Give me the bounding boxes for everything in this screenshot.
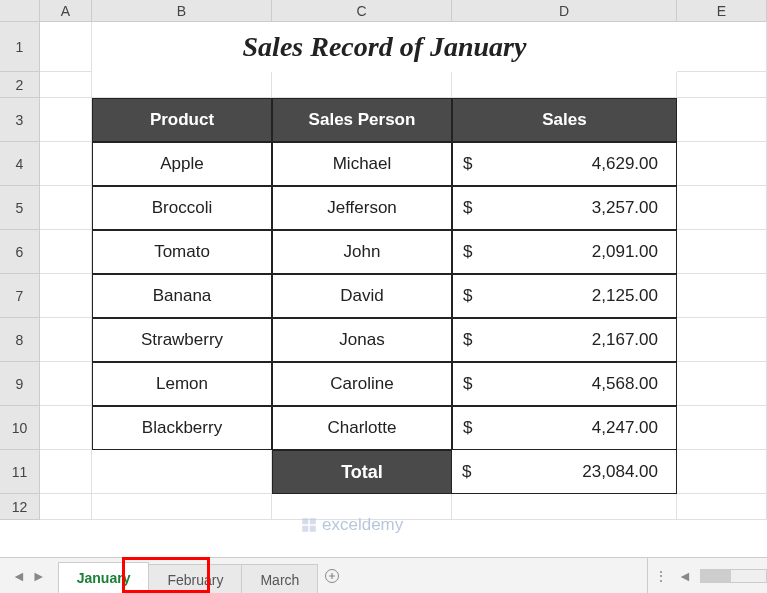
cell[interactable] <box>677 72 767 98</box>
cell-product[interactable]: Blackberry <box>92 406 272 450</box>
cell-sales[interactable]: $2,091.00 <box>452 230 677 274</box>
cell[interactable] <box>40 362 92 406</box>
row-header-6[interactable]: 6 <box>0 230 40 274</box>
grid-row: Total$23,084.00 <box>40 450 767 494</box>
cell[interactable] <box>677 318 767 362</box>
cell[interactable] <box>40 72 92 98</box>
cell-sales[interactable]: $3,257.00 <box>452 186 677 230</box>
tab-nav-next-icon[interactable]: ► <box>32 568 46 584</box>
sheet-tab-march[interactable]: March <box>241 564 318 593</box>
cell-person[interactable]: Charlotte <box>272 406 452 450</box>
row-header-8[interactable]: 8 <box>0 318 40 362</box>
cell[interactable] <box>677 142 767 186</box>
col-header-A[interactable]: A <box>40 0 92 21</box>
plus-circle-icon <box>324 568 340 584</box>
cell[interactable] <box>40 274 92 318</box>
cell[interactable] <box>92 72 272 98</box>
total-label[interactable]: Total <box>272 450 452 494</box>
row-header-3[interactable]: 3 <box>0 98 40 142</box>
horizontal-scroll[interactable]: ⋮ ◄ <box>647 558 767 593</box>
cell[interactable] <box>40 494 92 520</box>
new-sheet-button[interactable] <box>317 558 347 593</box>
cell[interactable] <box>40 186 92 230</box>
sheet-tab-january[interactable]: January <box>58 562 150 593</box>
row-header-4[interactable]: 4 <box>0 142 40 186</box>
cell[interactable] <box>40 230 92 274</box>
grid-row: LemonCaroline$4,568.00 <box>40 362 767 406</box>
sheet-tab-bar: ◄ ► JanuaryFebruaryMarch ⋮ ◄ <box>0 557 767 593</box>
cell[interactable] <box>677 186 767 230</box>
spreadsheet-grid: ABCDE 123456789101112 Sales Record of Ja… <box>0 0 767 550</box>
cell-person[interactable]: Jefferson <box>272 186 452 230</box>
cell-product[interactable]: Banana <box>92 274 272 318</box>
cell-person[interactable]: John <box>272 230 452 274</box>
header-product[interactable]: Product <box>92 98 272 142</box>
tab-nav-arrows[interactable]: ◄ ► <box>0 558 58 593</box>
cell-sales[interactable]: $4,629.00 <box>452 142 677 186</box>
cell[interactable] <box>677 362 767 406</box>
cell[interactable] <box>677 274 767 318</box>
cell-sales[interactable]: $2,125.00 <box>452 274 677 318</box>
cell[interactable] <box>452 494 677 520</box>
cell[interactable] <box>677 406 767 450</box>
cell[interactable] <box>677 450 767 494</box>
grid-row <box>40 72 767 98</box>
cell-product[interactable]: Tomato <box>92 230 272 274</box>
row-header-1[interactable]: 1 <box>0 22 40 72</box>
cell[interactable] <box>92 494 272 520</box>
col-header-B[interactable]: B <box>92 0 272 21</box>
col-header-C[interactable]: C <box>272 0 452 21</box>
row-header-11[interactable]: 11 <box>0 450 40 494</box>
col-header-E[interactable]: E <box>677 0 767 21</box>
scroll-thumb[interactable] <box>701 570 731 582</box>
cell-sales[interactable]: $4,247.00 <box>452 406 677 450</box>
select-all-corner[interactable] <box>0 0 40 21</box>
row-headers: 123456789101112 <box>0 22 40 520</box>
cell[interactable] <box>40 98 92 142</box>
cell[interactable] <box>677 22 767 72</box>
row-header-9[interactable]: 9 <box>0 362 40 406</box>
row-header-2[interactable]: 2 <box>0 72 40 98</box>
sheet-body[interactable]: Sales Record of JanuaryProductSales Pers… <box>40 22 767 520</box>
cell[interactable] <box>677 230 767 274</box>
cell[interactable] <box>92 450 272 494</box>
cell[interactable] <box>677 98 767 142</box>
cell-sales[interactable]: $4,568.00 <box>452 362 677 406</box>
row-header-7[interactable]: 7 <box>0 274 40 318</box>
grid-row: AppleMichael$4,629.00 <box>40 142 767 186</box>
header-person[interactable]: Sales Person <box>272 98 452 142</box>
cell-person[interactable]: Caroline <box>272 362 452 406</box>
row-header-10[interactable]: 10 <box>0 406 40 450</box>
scroll-left-icon[interactable]: ◄ <box>678 568 692 584</box>
page-title[interactable]: Sales Record of January <box>92 22 677 72</box>
cell[interactable] <box>272 494 452 520</box>
cell[interactable] <box>40 142 92 186</box>
total-value[interactable]: $23,084.00 <box>452 450 677 494</box>
cell[interactable] <box>677 494 767 520</box>
row-header-5[interactable]: 5 <box>0 186 40 230</box>
cell[interactable] <box>452 72 677 98</box>
cell-person[interactable]: Jonas <box>272 318 452 362</box>
row-header-12[interactable]: 12 <box>0 494 40 520</box>
cell[interactable] <box>272 72 452 98</box>
cell-product[interactable]: Broccoli <box>92 186 272 230</box>
cell-product[interactable]: Lemon <box>92 362 272 406</box>
cell[interactable] <box>40 450 92 494</box>
cell-person[interactable]: David <box>272 274 452 318</box>
grid-row: BlackberryCharlotte$4,247.00 <box>40 406 767 450</box>
sheet-tab-february[interactable]: February <box>148 564 242 593</box>
cell[interactable] <box>40 318 92 362</box>
cell-sales[interactable]: $2,167.00 <box>452 318 677 362</box>
scroll-track[interactable] <box>700 569 767 583</box>
sheet-tabs: JanuaryFebruaryMarch <box>58 558 318 593</box>
tab-split-handle-icon[interactable]: ⋮ <box>654 568 670 584</box>
cell[interactable] <box>40 22 92 72</box>
col-header-D[interactable]: D <box>452 0 677 21</box>
cell[interactable] <box>40 406 92 450</box>
grid-row: BroccoliJefferson$3,257.00 <box>40 186 767 230</box>
cell-person[interactable]: Michael <box>272 142 452 186</box>
tab-nav-prev-icon[interactable]: ◄ <box>12 568 26 584</box>
header-sales[interactable]: Sales <box>452 98 677 142</box>
cell-product[interactable]: Apple <box>92 142 272 186</box>
cell-product[interactable]: Strawberry <box>92 318 272 362</box>
